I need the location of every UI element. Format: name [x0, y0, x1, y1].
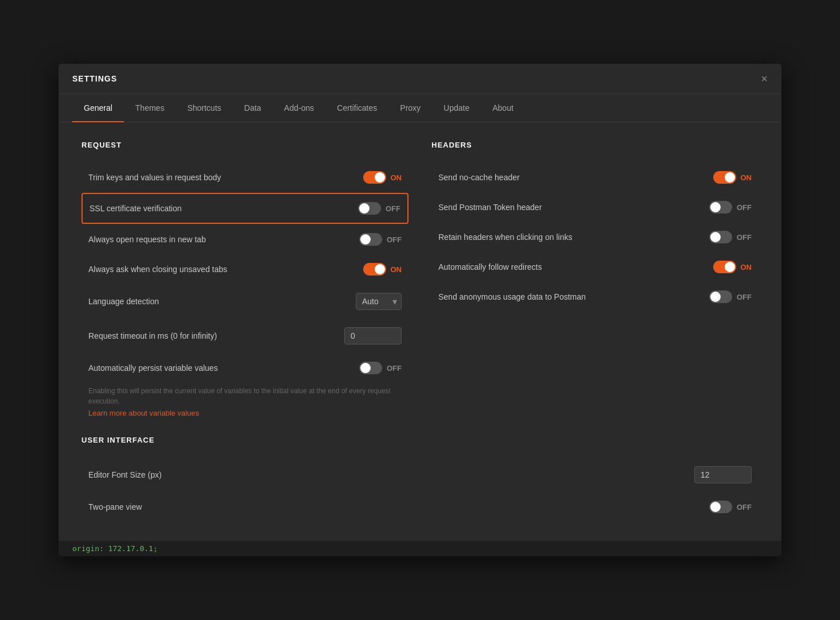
setting-label: Automatically persist variable values: [88, 363, 218, 373]
setting-row: Automatically follow redirectsON: [431, 253, 759, 281]
toggle-label: ON: [741, 263, 752, 272]
toggle-label: OFF: [737, 203, 752, 212]
ui-section: USER INTERFACE Editor Font Size (px)Two-…: [81, 436, 759, 521]
setting-row: Two-pane viewOFF: [81, 493, 759, 521]
setting-row: Request timeout in ms (0 for infinity): [81, 319, 409, 352]
setting-row: Always open requests in new tabOFF: [81, 225, 409, 254]
tabs-bar: GeneralThemesShortcutsDataAdd-onsCertifi…: [59, 94, 781, 122]
setting-row: Trim keys and values in request bodyON: [81, 163, 409, 192]
persist-description: Enabling this will persist the current v…: [81, 386, 409, 406]
tab-general[interactable]: General: [72, 94, 124, 122]
toggle-label: ON: [391, 265, 402, 274]
setting-row: Send Postman Token headerOFF: [431, 193, 759, 222]
toggle-label: OFF: [737, 293, 752, 301]
toggle-switch[interactable]: [713, 171, 736, 184]
request-section-title: REQUEST: [81, 141, 409, 149]
toggle-label: OFF: [387, 235, 402, 244]
toggle-switch[interactable]: [363, 263, 386, 276]
setting-label: Send Postman Token header: [438, 203, 542, 212]
headers-settings-list: Send no-cache headerONSend Postman Token…: [431, 163, 759, 311]
toggle-label: OFF: [387, 364, 402, 373]
request-settings-list: Trim keys and values in request bodyONSS…: [81, 163, 409, 382]
settings-content: REQUEST Trim keys and values in request …: [59, 122, 781, 541]
headers-column: HEADERS Send no-cache headerONSend Postm…: [431, 141, 759, 417]
tab-data[interactable]: Data: [233, 94, 273, 122]
setting-label: Always ask when closing unsaved tabs: [88, 265, 227, 274]
request-column: REQUEST Trim keys and values in request …: [81, 141, 409, 417]
setting-row: Always ask when closing unsaved tabsON: [81, 255, 409, 284]
setting-label: SSL certificate verification: [90, 204, 182, 213]
setting-row: Language detectionAutoENFRDEES: [81, 285, 409, 318]
toggle-switch[interactable]: [709, 290, 732, 303]
setting-label: Automatically follow redirects: [438, 262, 542, 272]
toggle-switch[interactable]: [359, 233, 382, 246]
setting-row: Automatically persist variable valuesOFF: [81, 354, 409, 382]
setting-row: Editor Font Size (px): [81, 458, 759, 491]
toggle-switch[interactable]: [363, 171, 386, 184]
toggle-switch[interactable]: [709, 231, 732, 243]
tab-proxy[interactable]: Proxy: [388, 94, 432, 122]
number-input[interactable]: [694, 466, 752, 483]
toggle-switch[interactable]: [709, 501, 732, 513]
tab-certificates[interactable]: Certificates: [325, 94, 388, 122]
toggle-switch[interactable]: [713, 261, 736, 273]
setting-label: Language detection: [88, 297, 159, 306]
toggle-label: OFF: [737, 233, 752, 242]
toggle-label: OFF: [737, 503, 752, 512]
toggle-switch[interactable]: [709, 201, 732, 214]
bottom-bar: origin: 172.17.0.1;: [59, 541, 781, 556]
setting-label: Always open requests in new tab: [88, 235, 206, 244]
toggle-label: OFF: [386, 204, 400, 213]
setting-label: Editor Font Size (px): [88, 470, 162, 479]
bottom-code: origin: 172.17.0.1;: [72, 544, 158, 553]
settings-modal: SETTINGS × GeneralThemesShortcutsDataAdd…: [59, 64, 781, 556]
modal-title: SETTINGS: [72, 74, 117, 83]
toggle-switch[interactable]: [358, 202, 381, 215]
setting-row: Send no-cache headerON: [431, 163, 759, 192]
number-input[interactable]: [344, 327, 402, 344]
tab-shortcuts[interactable]: Shortcuts: [176, 94, 232, 122]
setting-label: Send no-cache header: [438, 173, 520, 182]
tab-update[interactable]: Update: [432, 94, 481, 122]
ui-settings-list: Editor Font Size (px)Two-pane viewOFF: [81, 458, 759, 521]
setting-row: SSL certificate verificationOFF: [81, 193, 409, 224]
ui-section-title: USER INTERFACE: [81, 436, 759, 444]
headers-section-title: HEADERS: [431, 141, 759, 149]
tab-themes[interactable]: Themes: [124, 94, 176, 122]
language-select[interactable]: AutoENFRDEES: [356, 293, 402, 310]
settings-columns: REQUEST Trim keys and values in request …: [81, 141, 759, 417]
close-button[interactable]: ×: [761, 73, 768, 84]
tab-about[interactable]: About: [481, 94, 525, 122]
toggle-label: ON: [741, 173, 752, 182]
setting-label: Retain headers when clicking on links: [438, 232, 572, 242]
toggle-switch[interactable]: [359, 362, 382, 374]
setting-label: Request timeout in ms (0 for infinity): [88, 331, 217, 340]
setting-row: Retain headers when clicking on linksOFF: [431, 223, 759, 251]
modal-header: SETTINGS ×: [59, 64, 781, 94]
setting-label: Two-pane view: [88, 502, 142, 512]
setting-label: Trim keys and values in request body: [88, 173, 221, 182]
learn-more-link[interactable]: Learn more about variable values: [81, 409, 409, 417]
setting-label: Send anonymous usage data to Postman: [438, 292, 586, 301]
setting-row: Send anonymous usage data to PostmanOFF: [431, 282, 759, 311]
tab-addons[interactable]: Add-ons: [273, 94, 325, 122]
toggle-label: ON: [391, 173, 402, 182]
